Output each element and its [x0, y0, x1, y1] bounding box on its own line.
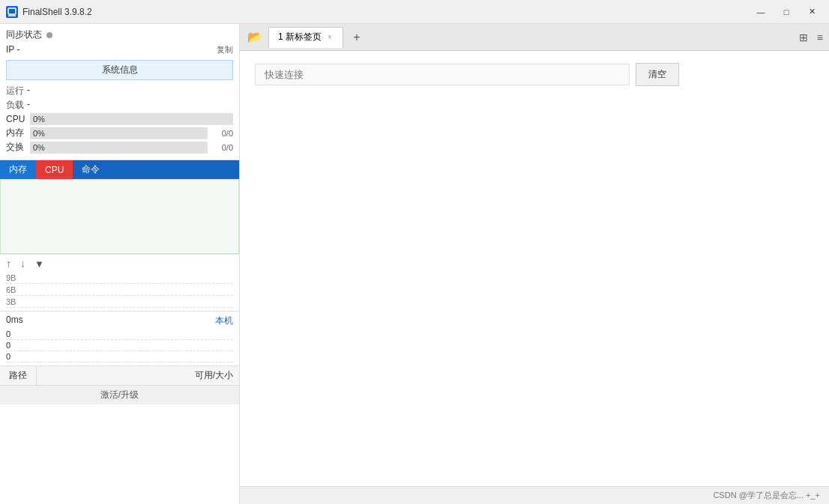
run-label: 运行: [6, 85, 24, 97]
tab-memory[interactable]: 内存: [0, 160, 36, 179]
svg-rect-0: [8, 8, 16, 14]
sync-status-label: 同步状态: [6, 28, 42, 41]
app-title: FinalShell 3.9.8.2: [22, 7, 92, 17]
tab-bar: 📂 1 新标签页 × + ⊞ ≡: [240, 24, 829, 51]
cpu-label: CPU: [6, 114, 27, 124]
path-size-label: 可用/大小: [37, 366, 239, 385]
right-panel: 📂 1 新标签页 × + ⊞ ≡ 清空 CSDN @学了总是会忘... +_+: [240, 24, 829, 504]
memory-progress-bar: 0%: [30, 127, 208, 139]
sys-info-button[interactable]: 系统信息: [6, 60, 233, 80]
tab-1-close[interactable]: ×: [326, 33, 334, 41]
main-container: 同步状态 IP - 复制 系统信息 运行 - 负载 -: [0, 24, 829, 504]
monitor-tabs: 内存 CPU 命令: [0, 160, 239, 179]
folder-icon: 📂: [247, 30, 262, 44]
tab-1-label: 1 新标签页: [278, 31, 322, 43]
title-bar-left: FinalShell 3.9.8.2: [6, 6, 92, 18]
grid-view-button[interactable]: ⊞: [796, 28, 811, 46]
list-view-button[interactable]: ≡: [814, 28, 826, 46]
tab-command[interactable]: 命令: [73, 160, 109, 179]
monitor-content: [0, 179, 239, 254]
maximize-button[interactable]: □: [775, 4, 798, 19]
tab-bar-right: ⊞ ≡: [796, 28, 826, 46]
sync-status-dot: [46, 32, 52, 38]
swap-right: 0/0: [211, 143, 233, 152]
cpu-value: 0%: [33, 113, 45, 125]
net-3b-label: 3B: [6, 297, 16, 306]
upgrade-label: 激活/升级: [100, 389, 139, 400]
ip-row: IP - 复制: [6, 44, 233, 55]
ping-row-2: 0: [6, 340, 233, 351]
sidebar-top: 同步状态 IP - 复制 系统信息 运行 - 负载 -: [0, 24, 239, 160]
cpu-progress-bar: 0%: [30, 113, 233, 125]
network-section: ↑ ↓ ▼ 9B 6B 3B: [0, 254, 239, 311]
net-line-9b: 9B: [6, 273, 233, 284]
quick-connect-bar: 清空: [240, 51, 829, 98]
ping-local-label: 本机: [215, 315, 233, 327]
download-arrow-icon: ↓: [20, 258, 25, 270]
memory-right: 0/0: [211, 129, 233, 138]
net-header: ↑ ↓ ▼: [6, 258, 233, 270]
load-value: -: [27, 99, 30, 112]
swap-progress-bar: 0%: [30, 142, 208, 154]
upgrade-bar[interactable]: 激活/升级: [0, 385, 239, 404]
window-controls: — □ ✕: [750, 4, 823, 19]
run-row: 运行 -: [6, 85, 233, 97]
minimize-button[interactable]: —: [750, 4, 772, 19]
quick-connect-input[interactable]: [255, 64, 630, 85]
path-section: 路径 可用/大小: [0, 365, 239, 385]
bottom-text: CSDN @学了总是会忘... +_+: [713, 490, 820, 501]
content-area: 清空: [240, 51, 829, 486]
tab-cpu[interactable]: CPU: [36, 160, 73, 179]
ping-section: 0ms 本机 0 0 0: [0, 311, 239, 365]
memory-row: 内存 0% 0/0: [6, 127, 233, 139]
run-value: -: [27, 85, 30, 97]
sidebar: 同步状态 IP - 复制 系统信息 运行 - 负载 -: [0, 24, 240, 504]
net-line-6b: 6B: [6, 285, 233, 296]
ip-label: IP -: [6, 44, 19, 55]
path-label: 路径: [0, 366, 37, 385]
load-row: 负载 -: [6, 99, 233, 112]
upload-arrow-icon: ↑: [6, 258, 11, 270]
app-icon: [6, 6, 18, 18]
net-9b-label: 9B: [6, 273, 16, 282]
bottom-bar: CSDN @学了总是会忘... +_+: [240, 486, 829, 504]
network-dropdown-icon[interactable]: ▼: [34, 258, 44, 270]
ping-label: 0ms: [6, 315, 23, 327]
tab-1[interactable]: 1 新标签页 ×: [268, 27, 343, 48]
folder-button[interactable]: 📂: [243, 27, 267, 48]
cpu-row: CPU 0%: [6, 113, 233, 125]
ping-row-3: 0: [6, 351, 233, 362]
close-button[interactable]: ✕: [801, 4, 823, 19]
load-label: 负载: [6, 99, 24, 112]
memory-value: 0%: [33, 127, 45, 139]
swap-row: 交换 0% 0/0: [6, 141, 233, 154]
new-tab-button[interactable]: +: [346, 27, 367, 48]
title-bar: FinalShell 3.9.8.2 — □ ✕: [0, 0, 829, 24]
clear-button[interactable]: 清空: [636, 63, 679, 86]
memory-label: 内存: [6, 127, 27, 139]
ping-row-1: 0: [6, 329, 233, 340]
copy-button[interactable]: 复制: [217, 44, 233, 55]
net-line-3b: 3B: [6, 297, 233, 308]
swap-value: 0%: [33, 142, 45, 154]
ping-header: 0ms 本机: [6, 315, 233, 327]
net-6b-label: 6B: [6, 285, 16, 294]
sync-status: 同步状态: [6, 28, 233, 41]
swap-label: 交换: [6, 141, 27, 154]
net-grid: 9B 6B 3B: [6, 273, 233, 308]
